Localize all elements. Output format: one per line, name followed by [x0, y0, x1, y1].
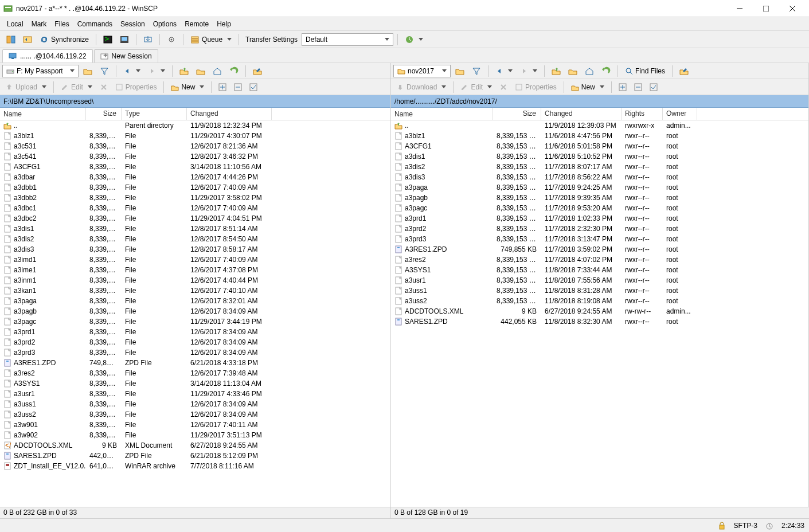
properties-button[interactable]: Properties: [512, 81, 560, 93]
col-size[interactable]: Size: [86, 108, 122, 120]
root-folder-icon[interactable]: [565, 65, 580, 77]
filter-icon[interactable]: [469, 65, 484, 77]
properties-button[interactable]: Properties: [112, 81, 160, 93]
table-row[interactable]: a3uss28,339,15...File12/6/2017 8:34:09 A…: [0, 409, 390, 420]
col-changed[interactable]: Changed: [187, 108, 272, 120]
table-row[interactable]: ADCDTOOLS.XML9 KB6/27/2018 9:24:55 AMrw-…: [391, 306, 808, 316]
table-row[interactable]: a3inm18,339,15...File12/6/2017 4:40:44 P…: [0, 275, 390, 285]
table-row[interactable]: A3SYS18,339,153 KB11/8/2018 7:33:44 AMrw…: [391, 265, 808, 275]
table-row[interactable]: </>ADCDTOOLS.XML9 KBXML Document6/27/201…: [0, 440, 390, 451]
table-row[interactable]: a3blz18,339,153 KB11/6/2018 4:47:56 PMrw…: [391, 131, 808, 141]
plus-icon[interactable]: [216, 81, 229, 93]
table-row[interactable]: a3dbc28,339,15...File11/29/2017 4:04:51 …: [0, 213, 390, 224]
edit-button[interactable]: Edit: [458, 81, 495, 93]
delete-icon[interactable]: [497, 81, 510, 93]
table-row[interactable]: a3dis28,339,15...File12/8/2017 8:54:50 A…: [0, 234, 390, 244]
table-row[interactable]: a3c5418,339,15...File12/8/2017 3:46:32 P…: [0, 151, 390, 162]
parent-dir-row[interactable]: ..11/9/2018 12:39:03 PMrwxrwxr-xadmin...: [391, 120, 808, 131]
table-row[interactable]: a3uss18,339,153 KB11/8/2018 8:31:28 AMrw…: [391, 285, 808, 296]
parent-folder-icon[interactable]: [549, 65, 564, 77]
table-row[interactable]: A3CFG18,339,153 KB11/6/2018 5:01:58 PMrw…: [391, 141, 808, 151]
table-row[interactable]: a3prd28,339,15...File12/6/2017 8:34:09 A…: [0, 337, 390, 347]
table-row[interactable]: a3dbb18,339,15...File12/6/2017 7:40:09 A…: [0, 182, 390, 193]
root-folder-icon[interactable]: [193, 65, 208, 77]
bookmark-icon[interactable]: [250, 65, 265, 77]
remote-dir-selector[interactable]: nov2017: [393, 65, 451, 77]
local-path-bar[interactable]: F:\IBM ZD&T\Uncompressed\: [0, 95, 390, 108]
menu-files[interactable]: Files: [51, 19, 72, 29]
queue-button[interactable]: Queue: [187, 33, 235, 46]
table-row[interactable]: a3c5318,339,15...File12/6/2017 8:21:36 A…: [0, 141, 390, 151]
table-row[interactable]: A3RES1.ZPD749,855 KBZPD File6/21/2018 4:…: [0, 358, 390, 368]
bookmark-icon[interactable]: [677, 65, 691, 77]
col-name[interactable]: Name: [0, 108, 86, 120]
table-row[interactable]: a3dis38,339,153 KB11/7/2018 8:56:22 AMrw…: [391, 172, 808, 182]
maximize-button[interactable]: [753, 1, 779, 17]
new-button[interactable]: New: [168, 81, 207, 93]
table-row[interactable]: a3imd18,339,15...File12/6/2017 7:40:09 A…: [0, 255, 390, 265]
table-row[interactable]: a3ime18,339,15...File12/6/2017 4:37:08 P…: [0, 265, 390, 275]
menu-remote[interactable]: Remote: [181, 19, 212, 29]
menu-mark[interactable]: Mark: [28, 19, 50, 29]
session-tab-active[interactable]: ...... .@104.46.119.22: [2, 49, 93, 62]
table-row[interactable]: a3pagb8,339,153 KB11/7/2018 9:39:35 AMrw…: [391, 193, 808, 203]
table-row[interactable]: a3usr18,339,153 KB11/8/2018 7:55:56 AMrw…: [391, 275, 808, 285]
table-row[interactable]: a3paga8,339,15...File12/6/2017 8:32:01 A…: [0, 296, 390, 306]
table-row[interactable]: a3dis38,339,15...File12/8/2017 8:58:17 A…: [0, 244, 390, 255]
table-row[interactable]: A3CFG18,339,15...File3/14/2018 11:10:56 …: [0, 162, 390, 172]
remote-path-bar[interactable]: /home/........../ZDT/adcd/nov2017/: [391, 95, 808, 108]
nav-back-icon[interactable]: [120, 65, 143, 77]
table-row[interactable]: SARES1.ZPD442,055 KBZPD File6/21/2018 5:…: [0, 451, 390, 461]
table-row[interactable]: a3dis28,339,153 KB11/7/2018 8:07:17 AMrw…: [391, 162, 808, 172]
table-row[interactable]: a3res28,339,15...File12/6/2017 7:39:48 A…: [0, 368, 390, 378]
select-icon[interactable]: [247, 81, 260, 93]
menu-options[interactable]: Options: [150, 19, 180, 29]
table-row[interactable]: a3paga8,339,153 KB11/7/2018 9:24:25 AMrw…: [391, 182, 808, 193]
table-row[interactable]: a3dbar8,339,15...File12/6/2017 4:44:26 P…: [0, 172, 390, 182]
compare-icon[interactable]: [3, 33, 18, 46]
table-row[interactable]: a3prd38,339,153 KB11/7/2018 3:13:47 PMrw…: [391, 234, 808, 244]
menu-commands[interactable]: Commands: [74, 19, 116, 29]
upload-button[interactable]: Upload: [2, 81, 49, 93]
col-type[interactable]: Type: [122, 108, 187, 120]
table-row[interactable]: a3prd18,339,153 KB11/7/2018 1:02:33 PMrw…: [391, 213, 808, 224]
parent-folder-icon[interactable]: [177, 65, 191, 77]
col-size[interactable]: Size: [493, 108, 541, 120]
minus-icon[interactable]: [231, 81, 245, 93]
download-button[interactable]: Download: [393, 81, 449, 93]
sync-browse-icon[interactable]: [20, 33, 35, 46]
new-session-tab[interactable]: ✦ New Session: [94, 49, 158, 62]
select-icon[interactable]: [647, 81, 661, 93]
table-row[interactable]: a3uss28,339,153 KB11/8/2018 8:19:08 AMrw…: [391, 296, 808, 306]
menu-local[interactable]: Local: [3, 19, 27, 29]
edit-button[interactable]: Edit: [58, 81, 95, 93]
col-owner[interactable]: Owner: [663, 108, 697, 120]
nav-forward-icon[interactable]: [517, 65, 540, 77]
table-row[interactable]: a3usr18,339,15...File11/29/2017 4:33:46 …: [0, 389, 390, 399]
table-row[interactable]: a3res28,339,153 KB11/7/2018 4:07:02 PMrw…: [391, 255, 808, 265]
table-row[interactable]: SARES1.ZPD442,055 KB11/8/2018 8:32:30 AM…: [391, 316, 808, 327]
table-row[interactable]: a3prd18,339,15...File12/6/2017 8:34:09 A…: [0, 327, 390, 337]
find-files-button[interactable]: Find Files: [622, 65, 668, 77]
terminal-icon[interactable]: [117, 33, 132, 46]
menu-help[interactable]: Help: [213, 19, 235, 29]
session-options-icon[interactable]: [402, 33, 426, 46]
refresh-icon[interactable]: [226, 65, 241, 77]
close-button[interactable]: [779, 1, 806, 17]
minimize-button[interactable]: [726, 1, 753, 17]
refresh-icon[interactable]: [599, 65, 613, 77]
menu-session[interactable]: Session: [117, 19, 148, 29]
console-icon[interactable]: >: [100, 33, 115, 46]
table-row[interactable]: a3pagc8,339,15...File11/29/2017 3:44:19 …: [0, 316, 390, 327]
table-row[interactable]: a3pagc8,339,153 KB11/7/2018 9:53:20 AMrw…: [391, 203, 808, 213]
table-row[interactable]: a3w9028,339,15...File11/29/2017 3:51:13 …: [0, 430, 390, 440]
parent-dir-row[interactable]: ..Parent directory11/9/2018 12:32:34 PM: [0, 120, 390, 131]
minus-icon[interactable]: [631, 81, 645, 93]
local-drive-selector[interactable]: F: My Passport: [2, 65, 79, 77]
home-icon[interactable]: [582, 65, 597, 77]
table-row[interactable]: A3RES1.ZPD749,855 KB11/7/2018 3:59:02 PM…: [391, 244, 808, 255]
table-row[interactable]: a3dis18,339,15...File12/8/2017 8:51:14 A…: [0, 224, 390, 234]
table-row[interactable]: A3SYS18,339,15...File3/14/2018 11:13:04 …: [0, 378, 390, 389]
col-changed[interactable]: Changed: [541, 108, 622, 120]
transfer-settings-combo[interactable]: Default: [302, 33, 393, 46]
